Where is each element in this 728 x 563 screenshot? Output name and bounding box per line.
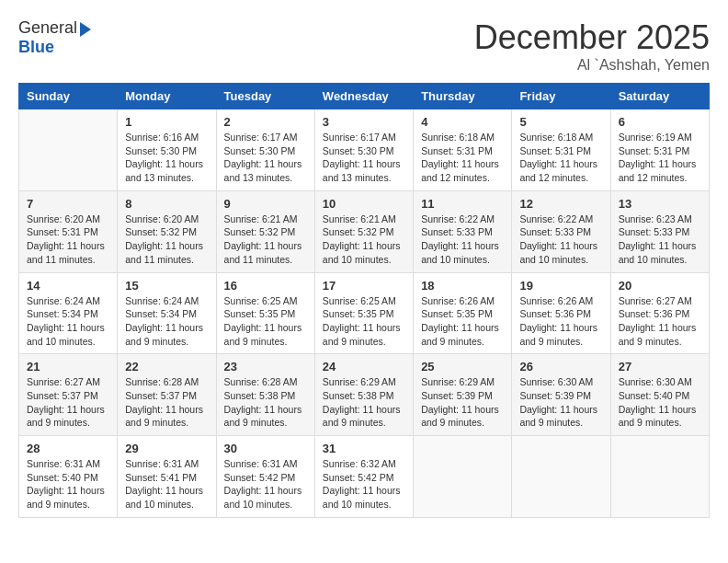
month-title: December 2025 bbox=[474, 18, 710, 57]
cell-content: Sunrise: 6:29 AM Sunset: 5:38 PM Dayligh… bbox=[323, 375, 405, 430]
calendar-cell: 3Sunrise: 6:17 AM Sunset: 5:30 PM Daylig… bbox=[314, 109, 413, 191]
calendar-cell: 19Sunrise: 6:26 AM Sunset: 5:36 PM Dayli… bbox=[512, 272, 610, 354]
calendar-header-tuesday: Tuesday bbox=[216, 84, 314, 109]
cell-content: Sunrise: 6:23 AM Sunset: 5:33 PM Dayligh… bbox=[619, 213, 701, 267]
cell-content: Sunrise: 6:17 AM Sunset: 5:30 PM Dayligh… bbox=[323, 131, 405, 185]
day-number: 26 bbox=[519, 360, 602, 373]
logo-blue-text: Blue bbox=[18, 38, 54, 56]
calendar-cell: 12Sunrise: 6:22 AM Sunset: 5:33 PM Dayli… bbox=[512, 190, 610, 272]
logo-line1: General bbox=[18, 18, 91, 38]
calendar-cell: 30Sunrise: 6:31 AM Sunset: 5:42 PM Dayli… bbox=[216, 436, 314, 518]
day-number: 9 bbox=[224, 197, 307, 211]
cell-content: Sunrise: 6:18 AM Sunset: 5:31 PM Dayligh… bbox=[519, 131, 602, 185]
cell-content: Sunrise: 6:30 AM Sunset: 5:39 PM Dayligh… bbox=[519, 375, 602, 430]
calendar-cell: 9Sunrise: 6:21 AM Sunset: 5:32 PM Daylig… bbox=[216, 190, 314, 272]
calendar-header-thursday: Thursday bbox=[414, 84, 512, 109]
cell-content: Sunrise: 6:27 AM Sunset: 5:37 PM Dayligh… bbox=[27, 375, 109, 430]
cell-content: Sunrise: 6:26 AM Sunset: 5:35 PM Dayligh… bbox=[421, 294, 504, 349]
calendar-cell bbox=[610, 436, 709, 518]
day-number: 22 bbox=[125, 360, 208, 373]
calendar-week-row: 21Sunrise: 6:27 AM Sunset: 5:37 PM Dayli… bbox=[19, 354, 710, 436]
cell-content: Sunrise: 6:24 AM Sunset: 5:34 PM Dayligh… bbox=[125, 294, 208, 349]
calendar-header-row: SundayMondayTuesdayWednesdayThursdayFrid… bbox=[19, 84, 710, 109]
calendar-cell: 18Sunrise: 6:26 AM Sunset: 5:35 PM Dayli… bbox=[414, 272, 512, 354]
day-number: 1 bbox=[125, 115, 208, 129]
day-number: 13 bbox=[619, 197, 701, 211]
logo: General Blue bbox=[18, 18, 91, 57]
day-number: 14 bbox=[27, 279, 109, 293]
day-number: 2 bbox=[224, 115, 307, 129]
calendar-cell: 24Sunrise: 6:29 AM Sunset: 5:38 PM Dayli… bbox=[314, 354, 413, 436]
calendar-header-sunday: Sunday bbox=[19, 84, 118, 109]
logo-arrow-icon bbox=[80, 22, 91, 37]
calendar-header-monday: Monday bbox=[118, 84, 216, 109]
day-number: 27 bbox=[619, 360, 701, 373]
logo-line2: Blue bbox=[18, 38, 54, 57]
calendar-cell: 6Sunrise: 6:19 AM Sunset: 5:31 PM Daylig… bbox=[610, 109, 709, 191]
calendar-cell bbox=[414, 436, 512, 518]
calendar-header-friday: Friday bbox=[512, 84, 610, 109]
calendar-week-row: 1Sunrise: 6:16 AM Sunset: 5:30 PM Daylig… bbox=[19, 109, 710, 191]
page-header: General Blue December 2025 Al `Ashshah, … bbox=[18, 18, 710, 74]
title-section: December 2025 Al `Ashshah, Yemen bbox=[474, 18, 710, 74]
calendar-cell: 20Sunrise: 6:27 AM Sunset: 5:36 PM Dayli… bbox=[610, 272, 709, 354]
cell-content: Sunrise: 6:21 AM Sunset: 5:32 PM Dayligh… bbox=[224, 213, 307, 267]
day-number: 30 bbox=[224, 442, 307, 455]
day-number: 6 bbox=[619, 115, 701, 129]
calendar-header-saturday: Saturday bbox=[610, 84, 709, 109]
cell-content: Sunrise: 6:29 AM Sunset: 5:39 PM Dayligh… bbox=[421, 375, 504, 430]
day-number: 5 bbox=[519, 115, 602, 129]
cell-content: Sunrise: 6:19 AM Sunset: 5:31 PM Dayligh… bbox=[619, 131, 701, 185]
cell-content: Sunrise: 6:17 AM Sunset: 5:30 PM Dayligh… bbox=[224, 131, 307, 185]
day-number: 24 bbox=[323, 360, 405, 373]
cell-content: Sunrise: 6:22 AM Sunset: 5:33 PM Dayligh… bbox=[519, 213, 602, 267]
day-number: 25 bbox=[421, 360, 504, 373]
cell-content: Sunrise: 6:20 AM Sunset: 5:32 PM Dayligh… bbox=[125, 213, 208, 267]
logo-general-text: General bbox=[18, 18, 77, 37]
day-number: 3 bbox=[323, 115, 405, 129]
day-number: 29 bbox=[125, 442, 208, 455]
cell-content: Sunrise: 6:26 AM Sunset: 5:36 PM Dayligh… bbox=[519, 294, 602, 349]
day-number: 28 bbox=[27, 442, 109, 455]
cell-content: Sunrise: 6:31 AM Sunset: 5:42 PM Dayligh… bbox=[224, 457, 307, 511]
calendar-cell: 16Sunrise: 6:25 AM Sunset: 5:35 PM Dayli… bbox=[216, 272, 314, 354]
calendar-cell: 7Sunrise: 6:20 AM Sunset: 5:31 PM Daylig… bbox=[19, 190, 118, 272]
calendar-cell: 13Sunrise: 6:23 AM Sunset: 5:33 PM Dayli… bbox=[610, 190, 709, 272]
calendar-week-row: 28Sunrise: 6:31 AM Sunset: 5:40 PM Dayli… bbox=[19, 436, 710, 518]
calendar-cell: 8Sunrise: 6:20 AM Sunset: 5:32 PM Daylig… bbox=[118, 190, 216, 272]
calendar-cell: 22Sunrise: 6:28 AM Sunset: 5:37 PM Dayli… bbox=[118, 354, 216, 436]
calendar-cell: 29Sunrise: 6:31 AM Sunset: 5:41 PM Dayli… bbox=[118, 436, 216, 518]
day-number: 11 bbox=[421, 197, 504, 211]
calendar-cell: 15Sunrise: 6:24 AM Sunset: 5:34 PM Dayli… bbox=[118, 272, 216, 354]
day-number: 23 bbox=[224, 360, 307, 373]
day-number: 10 bbox=[323, 197, 405, 211]
calendar-cell: 17Sunrise: 6:25 AM Sunset: 5:35 PM Dayli… bbox=[314, 272, 413, 354]
calendar-cell: 26Sunrise: 6:30 AM Sunset: 5:39 PM Dayli… bbox=[512, 354, 610, 436]
day-number: 7 bbox=[27, 197, 109, 211]
cell-content: Sunrise: 6:27 AM Sunset: 5:36 PM Dayligh… bbox=[619, 294, 701, 349]
cell-content: Sunrise: 6:21 AM Sunset: 5:32 PM Dayligh… bbox=[323, 213, 405, 267]
calendar-cell: 11Sunrise: 6:22 AM Sunset: 5:33 PM Dayli… bbox=[414, 190, 512, 272]
day-number: 18 bbox=[421, 279, 504, 293]
day-number: 20 bbox=[619, 279, 701, 293]
calendar-cell: 21Sunrise: 6:27 AM Sunset: 5:37 PM Dayli… bbox=[19, 354, 118, 436]
day-number: 19 bbox=[519, 279, 602, 293]
cell-content: Sunrise: 6:22 AM Sunset: 5:33 PM Dayligh… bbox=[421, 213, 504, 267]
calendar-cell: 2Sunrise: 6:17 AM Sunset: 5:30 PM Daylig… bbox=[216, 109, 314, 191]
cell-content: Sunrise: 6:20 AM Sunset: 5:31 PM Dayligh… bbox=[27, 213, 109, 267]
cell-content: Sunrise: 6:18 AM Sunset: 5:31 PM Dayligh… bbox=[421, 131, 504, 185]
cell-content: Sunrise: 6:24 AM Sunset: 5:34 PM Dayligh… bbox=[27, 294, 109, 349]
calendar-header-wednesday: Wednesday bbox=[314, 84, 413, 109]
cell-content: Sunrise: 6:31 AM Sunset: 5:40 PM Dayligh… bbox=[27, 457, 109, 511]
calendar-cell: 27Sunrise: 6:30 AM Sunset: 5:40 PM Dayli… bbox=[610, 354, 709, 436]
day-number: 8 bbox=[125, 197, 208, 211]
calendar-cell: 4Sunrise: 6:18 AM Sunset: 5:31 PM Daylig… bbox=[414, 109, 512, 191]
day-number: 31 bbox=[323, 442, 405, 455]
day-number: 4 bbox=[421, 115, 504, 129]
calendar-cell: 25Sunrise: 6:29 AM Sunset: 5:39 PM Dayli… bbox=[414, 354, 512, 436]
day-number: 17 bbox=[323, 279, 405, 293]
cell-content: Sunrise: 6:28 AM Sunset: 5:37 PM Dayligh… bbox=[125, 375, 208, 430]
calendar-cell: 31Sunrise: 6:32 AM Sunset: 5:42 PM Dayli… bbox=[314, 436, 413, 518]
calendar-cell: 23Sunrise: 6:28 AM Sunset: 5:38 PM Dayli… bbox=[216, 354, 314, 436]
calendar-cell: 10Sunrise: 6:21 AM Sunset: 5:32 PM Dayli… bbox=[314, 190, 413, 272]
